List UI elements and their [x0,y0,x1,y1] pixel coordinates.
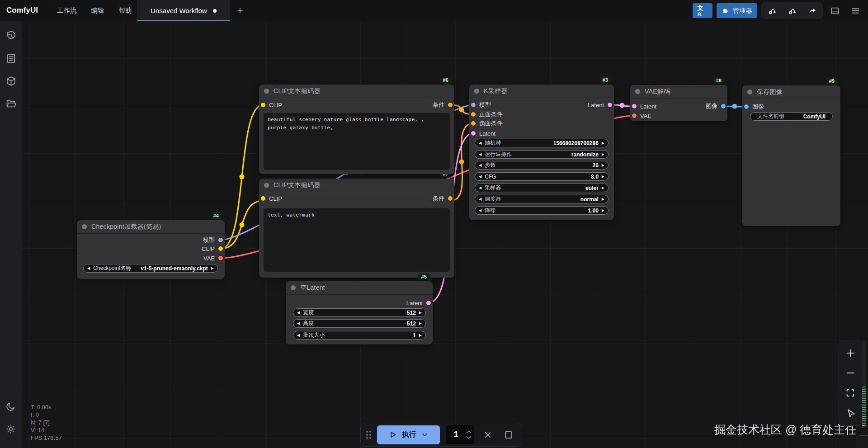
stop-button[interactable] [501,425,516,444]
positive-prompt-textarea[interactable]: beautiful scenery nature glass bottle la… [264,113,450,170]
widget-next-arrow[interactable]: ▶ [602,175,604,179]
vacuum-clean-alt-button[interactable] [782,2,802,19]
control-after-generate-widget[interactable]: ◀ 运行后操作 randomize ▶ [475,150,609,159]
scheduler-widget[interactable]: ◀ 调度器 normal ▶ [475,195,609,203]
widget-next-arrow[interactable]: ▶ [602,198,604,201]
chevron-down-icon[interactable] [421,431,428,438]
slot-dot[interactable] [448,103,453,107]
output-slot-latent[interactable]: Latent [588,102,612,108]
widget-next-arrow[interactable]: ▶ [602,209,604,212]
widget-next-arrow[interactable]: ▶ [602,141,604,145]
workflow-tab[interactable]: Unsaved Workflow [137,0,230,21]
bottom-panel-toggle[interactable] [827,3,843,19]
sidebar-item-node-library[interactable] [3,50,19,66]
translate-button[interactable]: 文A [693,3,712,18]
widget-next-arrow[interactable]: ▶ [419,311,422,315]
widget-prev-arrow[interactable]: ◀ [297,322,300,325]
sidebar-item-model-library[interactable] [3,73,19,89]
collapse-dot[interactable] [264,89,269,94]
node-titlebar[interactable]: 保存图像 [742,85,840,99]
slot-dot[interactable] [471,121,476,126]
select-mode-button[interactable] [841,405,859,421]
slot-dot[interactable] [744,104,749,109]
widget-prev-arrow[interactable]: ◀ [479,141,481,145]
input-slot-image[interactable]: 图像 [744,104,764,110]
widget-next-arrow[interactable]: ▶ [419,322,422,325]
widget-next-arrow[interactable]: ▶ [419,334,422,337]
seed-widget[interactable]: ◀ 随机种 156680208700286 ▶ [475,139,609,147]
widget-prev-arrow[interactable]: ◀ [479,209,481,212]
slot-dot[interactable] [632,104,637,108]
widget-next-arrow[interactable]: ▶ [602,186,604,190]
input-slot-negative[interactable]: 负面条件 [471,120,503,127]
denoise-widget[interactable]: ◀ 降噪 1.00 ▶ [475,206,609,215]
collapse-dot[interactable] [82,224,87,229]
collapse-dot[interactable] [635,89,640,94]
menu-edit[interactable]: 编辑 [84,3,111,19]
output-slot-conditioning[interactable]: 条件 [433,102,453,108]
input-slot-positive[interactable]: 正面条件 [471,111,503,118]
input-slot-model[interactable]: 模型 [471,102,491,108]
sampler-widget[interactable]: ◀ 采样器 euler ▶ [475,184,609,192]
zoom-in-button[interactable] [841,345,859,361]
node-empty-latent[interactable]: #5 空Latent Latent ◀ 宽度 512 ▶ ◀ 高度 512 ▶ … [286,281,433,344]
output-slot-image[interactable]: 图像 [706,103,726,109]
sidebar-item-workflows[interactable] [3,95,19,112]
width-widget[interactable]: ◀ 宽度 512 ▶ [293,308,426,317]
input-slot-vae[interactable]: VAE [632,113,651,119]
node-titlebar[interactable]: CLIP文本编码器 [259,179,454,192]
collapse-dot[interactable] [264,183,269,188]
output-slot-latent[interactable]: Latent [406,300,431,306]
negative-prompt-textarea[interactable]: text, watermark [264,208,450,272]
slot-dot[interactable] [448,196,453,201]
cfg-widget[interactable]: ◀ CFG 8.0 ▶ [475,172,609,181]
slot-dot[interactable] [608,103,612,107]
batch-size-widget[interactable]: ◀ 批次大小 1 ▶ [293,331,426,340]
settings-button[interactable] [3,421,19,437]
output-slot-vae[interactable]: VAE [203,255,223,261]
node-titlebar[interactable]: CLIP文本编码器 [259,85,454,98]
slot-dot[interactable] [471,103,476,107]
slot-dot[interactable] [471,112,476,117]
input-slot-latent[interactable]: Latent [471,130,495,137]
node-titlebar[interactable]: Checkpoint加载器(简易) [77,220,225,234]
slot-dot[interactable] [426,301,431,305]
steps-widget[interactable]: ◀ 步数 20 ▶ [475,161,609,170]
widget-prev-arrow[interactable]: ◀ [479,186,481,190]
widget-prev-arrow[interactable]: ◀ [479,198,481,201]
node-vae-decode[interactable]: #8 VAE解码 Latent VAE 图像 [630,85,727,121]
widget-prev-arrow[interactable]: ◀ [87,267,90,270]
stepper-up-icon[interactable] [466,430,472,434]
theme-toggle-button[interactable] [3,398,19,415]
node-titlebar[interactable]: K采样器 [469,85,614,98]
drag-handle[interactable] [366,431,371,439]
widget-next-arrow[interactable]: ▶ [602,153,604,156]
widget-prev-arrow[interactable]: ◀ [297,334,300,337]
slot-dot[interactable] [261,103,265,107]
slot-dot[interactable] [218,238,223,242]
node-save-image[interactable]: #9 保存图像 图像 文件名前缀 ComfyUI [742,85,840,226]
widget-next-arrow[interactable]: ▶ [602,164,604,167]
ckpt-name-widget[interactable]: ◀ Checkpoint名称 v1-5-pruned-emaonly.ckpt … [83,264,218,273]
share-button[interactable] [802,2,822,19]
batch-count-input[interactable]: 1 [446,425,474,444]
main-menu-button[interactable] [847,3,863,19]
sidebar-item-queue-history[interactable] [3,28,19,44]
node-titlebar[interactable]: VAE解码 [630,85,727,99]
widget-prev-arrow[interactable]: ◀ [297,311,300,315]
collapse-dot[interactable] [291,285,296,290]
run-button[interactable]: 执行 [377,425,440,444]
input-slot-clip[interactable]: CLIP [261,195,282,202]
slot-dot[interactable] [218,256,223,260]
slot-dot[interactable] [261,196,265,201]
input-slot-latent[interactable]: Latent [632,103,656,109]
node-clip-text-encode-positive[interactable]: #6 CLIP文本编码器 CLIP 条件 beautiful scenery n… [259,85,454,174]
collapse-dot[interactable] [474,89,479,94]
new-workflow-tab-button[interactable]: + [233,4,247,18]
filename-prefix-widget[interactable]: 文件名前缀 ComfyUI [750,112,833,121]
output-slot-clip[interactable]: CLIP [202,245,223,252]
output-slot-conditioning[interactable]: 条件 [433,195,453,202]
input-slot-clip[interactable]: CLIP [261,102,282,108]
menu-workflow[interactable]: 工作流 [50,3,84,19]
menu-help[interactable]: 帮助 [111,3,139,19]
